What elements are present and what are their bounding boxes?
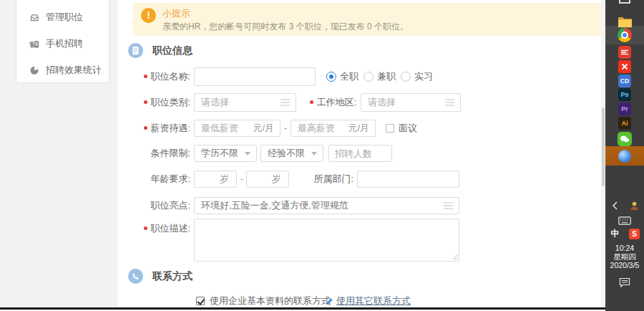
tray-icon [29, 13, 39, 22]
section-title: 职位信息 [152, 44, 192, 57]
highlights-input[interactable]: 环境好,五险一金,交通方便,管理规范 [194, 197, 459, 214]
radio-parttime[interactable]: 兼职 [364, 70, 396, 83]
clock-date: 2020/3/5 [605, 261, 644, 269]
job-post-form: ! 小提示 亲爱的HR，您的帐号可同时发布 3 个职位，现已发布 0 个职位。 … [117, 0, 605, 311]
sidebar: 管理职位 手机招聘 招聘效果统计 [16, 0, 109, 83]
sidebar-item-manage-jobs[interactable]: 管理职位 [29, 11, 83, 23]
age-max-input[interactable]: 岁 [246, 171, 289, 188]
active-browser-icon[interactable] [605, 149, 644, 163]
job-category-label: 职位类别: [117, 93, 190, 112]
taskbar-partial-window-icon[interactable] [605, 0, 644, 4]
work-area-select[interactable]: 请选择 [361, 93, 461, 112]
required-marker [144, 126, 147, 130]
negotiable-checkbox[interactable] [386, 124, 394, 133]
radio-intern[interactable]: 实习 [401, 70, 433, 83]
job-category-select[interactable]: 请选择 [194, 93, 296, 112]
tip-body: 亲爱的HR，您的帐号可同时发布 3 个职位，现已发布 0 个职位。 [162, 21, 409, 33]
work-area-label: 工作地区: [288, 93, 356, 112]
phone-icon [128, 269, 143, 284]
tip-title: 小提示 [162, 7, 190, 20]
description-textarea[interactable] [194, 219, 459, 262]
hamburger-icon [445, 100, 454, 106]
section-title: 联系方式 [152, 270, 192, 283]
use-other-contact-link[interactable]: 使用其它联系方式 [336, 295, 411, 307]
tip-banner: ! 小提示 亲爱的HR，您的帐号可同时发布 3 个职位，现已发布 0 个职位。 [133, 3, 604, 36]
use-company-contact-checkbox[interactable] [196, 297, 205, 305]
radio-icon [364, 72, 374, 82]
resize-grip[interactable] [452, 254, 458, 260]
use-company-contact-label: 使用企业基本资料的联系方式 [210, 295, 331, 307]
input-placeholder: 最高薪资 [298, 122, 335, 135]
conditions-label: 条件限制: [117, 145, 190, 162]
illustrator-icon[interactable]: Ai [605, 115, 644, 131]
required-marker [144, 226, 147, 230]
headcount-input[interactable] [328, 145, 392, 162]
range-separator: - [281, 120, 290, 137]
age-unit: 岁 [220, 173, 229, 186]
language-indicator[interactable]: 中 [605, 228, 625, 239]
salary-label: 薪资待遇: [117, 120, 190, 137]
taskbar: CD Ps Pr Ai 中 S 10:24 [605, 0, 644, 311]
screen: 管理职位 手机招聘 招聘效果统计 ! 小提示 亲爱的HR，您的帐号可同时发布 3… [0, 0, 644, 311]
job-type-radio-group: 全职 兼职 实习 [326, 67, 433, 86]
required-marker [144, 100, 147, 104]
action-center-icon[interactable] [605, 276, 644, 289]
range-separator: - [238, 171, 246, 188]
radio-icon [401, 72, 411, 82]
input-placeholder: 最低薪资 [201, 122, 238, 135]
chevron-down-icon [245, 152, 250, 156]
experience-select[interactable]: 经验不限 [260, 145, 323, 162]
salary-unit: 元/月 [348, 122, 369, 135]
select-value: 学历不限 [201, 147, 238, 160]
premiere-icon[interactable]: Pr [605, 101, 644, 117]
education-select[interactable]: 学历不限 [194, 145, 257, 162]
hamburger-icon [444, 203, 453, 209]
age-unit: 岁 [272, 173, 281, 186]
sidebar-item-label: 管理职位 [46, 11, 83, 24]
radio-fulltime[interactable]: 全职 [326, 70, 358, 83]
salary-unit: 元/月 [253, 122, 274, 135]
photoshop-icon[interactable]: Ps [605, 87, 644, 102]
job-name-label: 职位名称: [117, 67, 190, 86]
sogou-input-icon[interactable]: S [625, 228, 644, 239]
clock-weekday: 星期四 [605, 252, 644, 261]
tray-overflow-chevron[interactable] [605, 201, 625, 211]
description-label: 职位描述: [117, 217, 190, 236]
job-name-input[interactable] [194, 67, 316, 86]
red-x-app-icon[interactable] [605, 59, 644, 75]
clock-time: 10:24 [605, 244, 644, 252]
section-job-info: 职位信息 [128, 43, 192, 58]
sidebar-item-label: 招聘效果统计 [46, 64, 102, 77]
chrome-icon[interactable] [605, 27, 644, 43]
salary-max-input[interactable]: 最高薪资 元/月 [291, 120, 376, 137]
section-contact: 联系方式 [128, 269, 192, 284]
salary-min-input[interactable]: 最低薪资 元/月 [194, 120, 280, 137]
required-marker [144, 75, 147, 78]
scrollbar-thumb[interactable] [602, 107, 605, 186]
sidebar-item-recruit-stats[interactable]: 招聘效果统计 [29, 64, 102, 76]
chevron-down-icon [311, 152, 317, 156]
required-marker [310, 100, 313, 104]
radio-selected-icon [326, 72, 336, 82]
sidebar-item-mobile-recruit[interactable]: 手机招聘 [29, 38, 83, 49]
department-input[interactable] [357, 171, 459, 188]
mobile-phones-icon [29, 39, 39, 49]
select-placeholder: 请选择 [368, 96, 396, 109]
touch-keyboard-icon[interactable] [605, 215, 644, 226]
highlights-label: 职位亮点: [117, 197, 190, 214]
warning-icon: ! [141, 8, 156, 23]
wechat-icon[interactable] [605, 130, 644, 148]
select-placeholder: 请选择 [201, 96, 229, 109]
document-icon [128, 43, 143, 58]
pencil-icon [325, 297, 334, 306]
select-value: 经验不限 [268, 147, 304, 160]
highlights-value: 环境好,五险一金,交通方便,管理规范 [201, 199, 348, 212]
department-label: 所属部门: [289, 171, 353, 188]
pie-chart-icon [29, 65, 39, 75]
sidebar-item-label: 手机招聘 [46, 37, 83, 50]
red-app-icon[interactable] [605, 44, 644, 60]
age-min-input[interactable]: 岁 [194, 171, 237, 188]
taskbar-clock[interactable]: 10:24 星期四 2020/3/5 [605, 244, 644, 269]
tray-user-icon[interactable] [625, 200, 644, 211]
negotiable-label: 面议 [399, 120, 417, 137]
